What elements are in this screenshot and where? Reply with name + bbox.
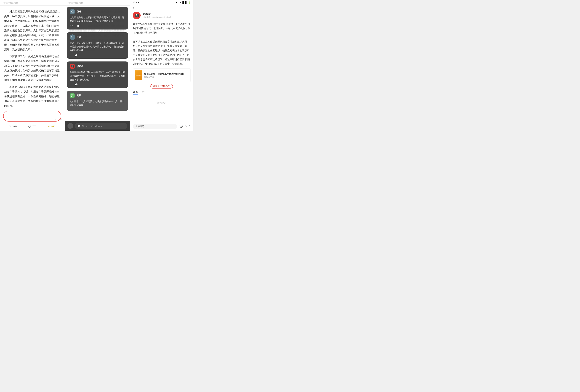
post-body: 金字塔结构组织思想:由主要思想开始→下层思想通过疑问/回答的方式，进行展开。→如… (133, 22, 190, 66)
left-paragraph-2: 本篇解释了为什么受众最容易理解和记住金字塔结构，以及组成金字塔的子结构之间如何互… (4, 54, 61, 82)
status-bar: 10:48 ● □ ▲ ▌▌ ▌▌ 🔋 (130, 0, 193, 4)
page-indicator: 17 / 414 (0, 118, 65, 122)
middle-panel: 第1篇 表达的逻辑 对文章阐述的思想作出疑问/回答式反应是人类的一种自然反应，没… (65, 0, 130, 131)
comment-card-4: 龚 龚毅 其实基本上人人都需要，尤其是职场的每一个人。基本的职业化素养。 (67, 91, 128, 111)
comment-avatar-4: 龚 (70, 93, 75, 98)
comment-username-1: 征途 (77, 10, 81, 13)
tabs-row: 评论 赞 (133, 91, 190, 96)
left-paragraph-1: 对文章阐述的思想作出疑问/回答式反应是人类的一种自然反应，没有国籍和民族的区别。… (4, 9, 61, 52)
post-date-area: 发表于 2018/3/31 (133, 84, 190, 89)
comment-input-icon: 💬 (77, 125, 80, 127)
card-comment-btn-2[interactable]: 💬 (75, 54, 78, 57)
comment-body-4: 其实基本上人人都需要，尤其是职场的每一个人。基本的职业化素养。 (70, 100, 125, 107)
card-actions-1: ♡ 1 💬 (70, 25, 125, 27)
comment-input-placeholder: 写下这一刻的想法... (82, 124, 102, 127)
comment-button[interactable]: 💬 767 (23, 125, 42, 128)
card-like-btn-1[interactable]: ♡ 1 (70, 25, 73, 27)
no-comment-text: 暂无评论 (133, 98, 190, 108)
close-comments-button[interactable]: ✕ (67, 123, 73, 129)
card-actions-3: ♡ 💬 (70, 83, 125, 86)
card-comment-icon-3: 💬 (75, 83, 78, 86)
card-heart-icon-3: ♡ (70, 83, 72, 86)
left-paragraph-3: 本篇将帮助你了解如何将要表达的思想组织成金字塔结构，说明了使用金字塔原理能够检查… (4, 85, 61, 108)
middle-header-title: 第1篇 表达的逻辑 (65, 0, 130, 6)
card-comment-btn-1[interactable]: 💬 (77, 25, 80, 27)
comment-card-2: 征 征途 表述一些让大家听进去，理解了，记住的东西很难，看一看是否能够让受众心头… (67, 32, 128, 59)
book-info: 金字塔原理（麦肯锡40年经典培训教材） 芭芭拉·明托 (144, 72, 185, 78)
card-like-btn-3[interactable]: ♡ (70, 83, 72, 86)
comment-icon: 💬 (28, 125, 31, 128)
middle-bottom-bar: ✕ 💬 写下这一刻的想法... (65, 121, 130, 131)
back-button[interactable]: ‹ (133, 6, 134, 10)
post-date-badge: 发表于 2018/3/31 (150, 84, 173, 89)
card-like-btn-2[interactable]: ♡ (70, 54, 72, 57)
card-comment-btn-3[interactable]: 💬 (75, 83, 78, 86)
card-header-1: 征 征途 (70, 9, 125, 14)
left-panel: 第1篇 表达的逻辑 对文章阐述的思想作出疑问/回答式反应是人类的一种自然反应，没… (0, 0, 65, 131)
share-icon: ⚙ (48, 125, 50, 128)
status-time: 10:48 (133, 1, 139, 4)
comment-card-3: 🏴‍☠️ 思考者 金字塔结构组织思想:由主要思想开始→下层思想通过疑问/回答的方… (67, 62, 128, 88)
author-name: 思考者 (143, 12, 171, 16)
author-blog: 我的博客:https://sykent.github.io/ (143, 16, 171, 18)
right-panel: 10:48 ● □ ▲ ▌▌ ▌▌ 🔋 ‹ 🏴‍☠️ 思考者 我的博客:http… (130, 0, 193, 131)
comment-input-wrapper[interactable]: 💬 写下这一刻的想法... (75, 123, 128, 129)
comment-username-3: 思考者 (77, 65, 84, 68)
card-heart-icon-2: ♡ (70, 54, 72, 57)
card-comment-icon-2: 💬 (75, 54, 78, 57)
author-avatar: 🏴‍☠️ (133, 11, 141, 19)
card-header-3: 🏴‍☠️ 思考者 (70, 64, 125, 69)
share-button[interactable]: ⚙ 813 (42, 125, 61, 128)
left-header-title: 第1篇 表达的逻辑 (0, 0, 65, 6)
right-comment-icon-btn[interactable]: 💬 (179, 124, 183, 128)
comment-username-4: 龚毅 (77, 94, 81, 97)
book-card[interactable]: 金字塔原理 金字塔原理（麦肯锡40年经典培训教材） 芭芭拉·明托 (133, 69, 190, 82)
comment-body-2: 表述一些让大家听进去，理解了，记住的东西很难，看一看是否能够让受众心头一震，引起… (70, 41, 125, 52)
battery-icon: ● □ ▲ ▌▌ ▌▌ 🔋 (176, 1, 191, 4)
card-header-2: 征 征途 (70, 34, 125, 40)
comment-input[interactable] (133, 124, 177, 129)
status-icons: ● □ ▲ ▌▌ ▌▌ 🔋 (176, 1, 191, 4)
comment-count: 767 (32, 125, 36, 128)
right-share-icon-btn[interactable]: ⤴ (189, 124, 190, 128)
tab-likes[interactable]: 赞 (142, 91, 145, 95)
comment-avatar-3: 🏴‍☠️ (70, 64, 75, 69)
author-info: 思考者 我的博客:https://sykent.github.io/ (143, 12, 171, 18)
heart-icon: ♡ (9, 125, 11, 128)
book-title: 金字塔原理（麦肯锡40年经典培训教材） (144, 72, 185, 76)
card-comment-icon-1: 💬 (77, 25, 80, 27)
left-content-area: 对文章阐述的思想作出疑问/回答式反应是人类的一种自然反应，没有国籍和民族的区别。… (0, 6, 65, 118)
tab-comments[interactable]: 评论 (133, 91, 138, 95)
like-button[interactable]: ♡ 1626 (3, 125, 23, 128)
right-nav-bar: ‹ (130, 4, 193, 11)
card-actions-2: ♡ 💬 (70, 54, 125, 57)
comment-body-3: 金字塔结构组织思想:由主要思想开始→下层思想通过疑问/回答的方式，进行展开。→如… (70, 71, 125, 82)
comment-card-1: 征 征途 这句话很关键，给我指明了不光只是学习沟通方面，还有在生活处理琐事方面，… (67, 7, 128, 29)
share-count: 813 (51, 125, 55, 128)
comment-avatar-2: 征 (70, 34, 75, 40)
comment-avatar-1: 征 (70, 9, 75, 14)
book-cover: 金字塔原理 (135, 70, 142, 80)
right-content-area: 🏴‍☠️ 思考者 我的博客:https://sykent.github.io/ … (130, 11, 193, 122)
left-bottom-bar: ♡ 1626 💬 767 ⚙ 813 (0, 122, 65, 131)
author-row: 🏴‍☠️ 思考者 我的博客:https://sykent.github.io/ (133, 11, 190, 19)
right-bottom-bar: 💬 ♡ ⤴ (130, 122, 193, 131)
like-count: 1626 (12, 125, 17, 128)
right-like-icon-btn[interactable]: ♡ (184, 124, 187, 128)
comment-username-2: 征途 (77, 36, 81, 39)
book-author: 芭芭拉·明托 (144, 76, 185, 78)
comment-body-1: 这句话很关键，给我指明了不光只是学习沟通方面，还有在生活处理琐事方面，提供了思考… (70, 16, 125, 23)
card-heart-icon-1: ♡ (70, 25, 72, 27)
comment-cards-container: 征 征途 这句话很关键，给我指明了不光只是学习沟通方面，还有在生活处理琐事方面，… (65, 5, 130, 112)
card-like-count-1: 1 (72, 25, 73, 27)
card-header-4: 龚 龚毅 (70, 93, 125, 98)
